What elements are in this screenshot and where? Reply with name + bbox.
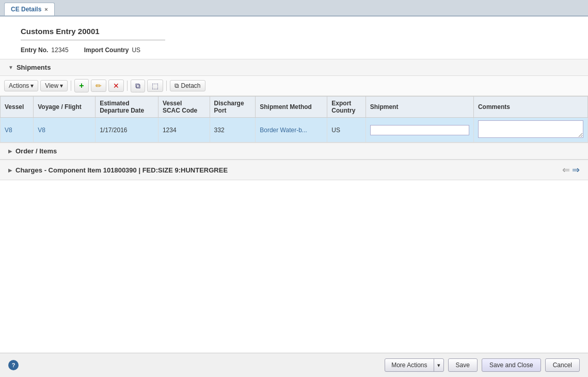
table-row: V8 V8 1/17/2016 1234 332 Border Water-b.… — [1, 118, 588, 143]
cell-vessel: V8 — [1, 118, 34, 143]
detach-button[interactable]: ⧉ Detach — [170, 80, 205, 91]
cell-export-country: US — [327, 118, 365, 143]
shipment-input[interactable] — [370, 125, 469, 135]
add-button[interactable]: + — [74, 79, 88, 92]
nav-next-icon[interactable]: ⇒ — [572, 164, 580, 176]
comments-textarea[interactable] — [478, 120, 583, 138]
shipments-toolbar: Actions ▾ View ▾ + ✏ ✕ — [0, 76, 588, 96]
save-row-icon: ⬚ — [152, 82, 158, 90]
import-country-field: Import Country US — [84, 46, 140, 54]
order-items-title: Order / Items — [15, 147, 57, 155]
add-icon: + — [79, 81, 84, 90]
toolbar-separator-2 — [127, 81, 128, 91]
delete-button[interactable]: ✕ — [108, 80, 124, 92]
actions-label: Actions — [9, 82, 29, 89]
actions-button[interactable]: Actions ▾ — [4, 80, 38, 91]
toolbar-separator-3 — [166, 81, 167, 91]
charges-collapse-icon: ▶ — [8, 167, 12, 173]
more-actions-split-button: More Actions ▾ — [385, 358, 443, 372]
shipments-section-title: Shipments — [17, 64, 51, 71]
title-underline — [21, 40, 165, 40]
view-dropdown-icon: ▾ — [60, 82, 63, 89]
edit-button[interactable]: ✏ — [91, 80, 106, 92]
entry-no-field: Entry No. 12345 — [21, 46, 69, 54]
page-header: Customs Entry 20001 Entry No. 12345 Impo… — [0, 17, 588, 59]
help-icon[interactable]: ? — [8, 360, 19, 370]
edit-icon: ✏ — [96, 82, 102, 90]
col-vessel: Vessel — [1, 97, 34, 118]
nav-prev-icon[interactable]: ⇐ — [562, 164, 570, 176]
charges-section: ▶ Charges - Component Item 101800390 | F… — [0, 160, 588, 180]
cell-voyage-flight: V8 — [34, 118, 96, 143]
order-items-header[interactable]: ▶ Order / Items — [0, 143, 588, 160]
tab-ce-details[interactable]: CE Details × — [4, 3, 55, 15]
charges-left: ▶ Charges - Component Item 101800390 | F… — [8, 166, 228, 174]
shipments-content: Actions ▾ View ▾ + ✏ ✕ — [0, 76, 588, 143]
cell-est-departure: 1/17/2016 — [96, 118, 158, 143]
view-button[interactable]: View ▾ — [40, 80, 68, 91]
col-shipment-method: Shipment Method — [256, 97, 327, 118]
cell-shipment-method: Border Water-b... — [256, 118, 327, 143]
footer: ? More Actions ▾ Save Save and Close Can… — [0, 353, 588, 377]
shipments-section: ▼ Shipments Actions ▾ View ▾ + — [0, 59, 588, 143]
import-country-value: US — [132, 46, 140, 54]
col-est-departure-date: EstimatedDeparture Date — [96, 97, 158, 118]
nav-arrows: ⇐ ⇒ — [562, 164, 580, 176]
cell-shipment — [365, 118, 473, 143]
tab-bar: CE Details × — [0, 0, 588, 17]
col-discharge-port: DischargePort — [210, 97, 256, 118]
cell-discharge-port: 332 — [210, 118, 256, 143]
charges-title: Charges - Component Item 101800390 | FED… — [15, 166, 228, 174]
shipments-section-header[interactable]: ▼ Shipments — [0, 59, 588, 76]
table-header-row: Vessel Voyage / Flight EstimatedDepartur… — [1, 97, 588, 118]
order-items-section: ▶ Order / Items — [0, 143, 588, 160]
more-actions-dropdown[interactable]: ▾ — [434, 359, 443, 371]
copy-icon: ⧉ — [135, 82, 140, 90]
col-vessel-scac: VesselSCAC Code — [158, 97, 210, 118]
shipments-collapse-icon: ▼ — [8, 65, 13, 70]
shipments-table-wrapper: Vessel Voyage / Flight EstimatedDepartur… — [0, 96, 588, 143]
import-country-label: Import Country — [84, 46, 129, 54]
view-label: View — [45, 82, 58, 89]
main-content: Customs Entry 20001 Entry No. 12345 Impo… — [0, 17, 588, 377]
save-row-button[interactable]: ⬚ — [147, 80, 163, 92]
toolbar-separator-1 — [71, 81, 71, 91]
actions-dropdown-icon: ▾ — [30, 82, 34, 89]
detach-icon: ⧉ — [174, 82, 179, 89]
tab-close-icon[interactable]: × — [44, 6, 47, 12]
col-voyage-flight: Voyage / Flight — [34, 97, 96, 118]
tab-label: CE Details — [11, 6, 41, 13]
col-export-country: ExportCountry — [327, 97, 365, 118]
save-close-button[interactable]: Save and Close — [482, 358, 541, 372]
cancel-button[interactable]: Cancel — [545, 358, 580, 372]
header-fields: Entry No. 12345 Import Country US — [21, 46, 567, 54]
copy-button[interactable]: ⧉ — [131, 80, 145, 92]
order-items-collapse-icon: ▶ — [8, 148, 12, 154]
delete-icon: ✕ — [113, 82, 119, 90]
cell-comments — [473, 118, 587, 143]
detach-label: Detach — [181, 82, 201, 89]
col-shipment: Shipment — [365, 97, 473, 118]
entry-no-value: 12345 — [51, 46, 68, 54]
more-actions-button[interactable]: More Actions — [385, 359, 434, 371]
shipments-table: Vessel Voyage / Flight EstimatedDepartur… — [0, 96, 588, 143]
entry-no-label: Entry No. — [21, 46, 48, 54]
cell-scac-code: 1234 — [158, 118, 210, 143]
col-comments: Comments — [473, 97, 587, 118]
page-title: Customs Entry 20001 — [21, 27, 567, 36]
save-button[interactable]: Save — [448, 358, 478, 372]
